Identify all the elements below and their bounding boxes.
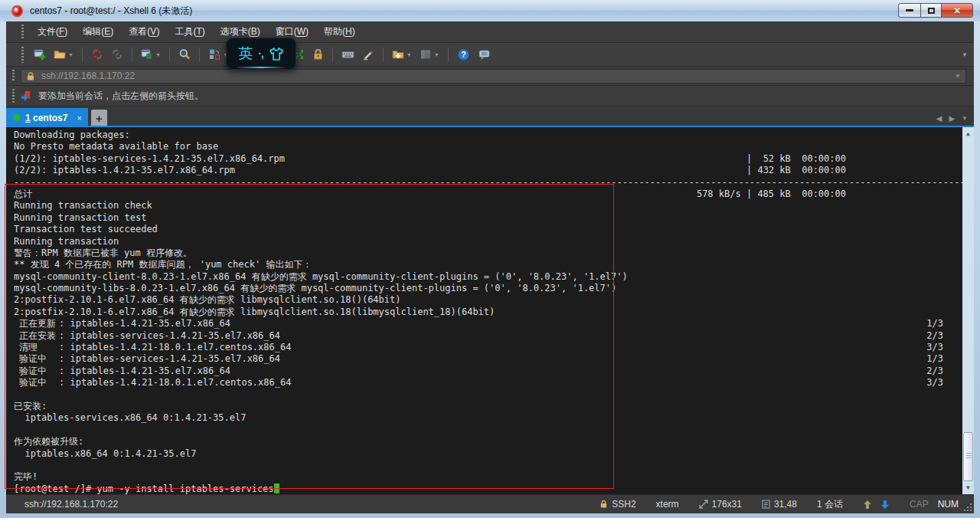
chat-bubble-icon xyxy=(478,48,491,61)
session-connected-dot xyxy=(13,114,20,121)
session-properties-button[interactable]: ▼ xyxy=(138,46,164,63)
transfer-arrows[interactable] xyxy=(863,500,890,510)
close-icon: × xyxy=(954,5,960,16)
terminal-line xyxy=(14,425,962,436)
terminal-line: Running transaction check xyxy=(14,200,962,211)
tab-scroll-left-icon[interactable]: ◀ xyxy=(936,114,942,123)
shirt-skin-icon[interactable] xyxy=(269,47,284,61)
terminal-line: mysql-community-client-8.0.23-1.el7.x86_… xyxy=(14,271,962,283)
menu-item-H[interactable]: 帮助(H) xyxy=(316,21,363,42)
resize-grip[interactable] xyxy=(963,503,972,512)
num-lock-indicator: NUM xyxy=(938,499,959,510)
toolbar-separator xyxy=(132,48,132,61)
help-icon: ? xyxy=(457,48,470,61)
protocol-indicator: SSH2 xyxy=(599,499,635,510)
layout-grid-icon xyxy=(420,48,432,61)
virtual-keyboard-button[interactable] xyxy=(338,46,358,63)
new-file-button[interactable]: ▼ xyxy=(389,46,415,63)
xshell-window: centos7 - root@test:/ - Xshell 6 (未激活) ×… xyxy=(0,0,980,518)
terminal-line: 总计578 kB/s | 485 kB 00:00:00 xyxy=(14,189,962,200)
terminal-line: Running transaction xyxy=(14,236,962,248)
terminal-line xyxy=(14,460,962,471)
upload-arrow-icon xyxy=(863,500,872,510)
maximize-button[interactable] xyxy=(920,3,942,18)
terminal-line: 验证中: iptables-1.4.21-18.0.1.el7.centos.x… xyxy=(14,377,962,388)
layout-button[interactable]: ▼ xyxy=(416,46,443,63)
messenger-button[interactable] xyxy=(475,46,494,63)
toolbar-separator xyxy=(199,48,200,61)
terminal-line-right: 3/3 xyxy=(926,342,943,353)
ime-language-mode[interactable]: 英 xyxy=(238,44,253,64)
ime-status-popup[interactable]: 英 ·, xyxy=(226,38,296,70)
menu-item-E[interactable]: 编辑(E) xyxy=(75,21,121,42)
new-session-button[interactable] xyxy=(31,46,49,63)
infobar-gripper[interactable] xyxy=(12,89,15,103)
tab-label: 1 centos7 xyxy=(25,113,67,123)
padlock-icon xyxy=(312,48,324,61)
terminal-screen[interactable]: ▲ ▼ Downloading packages:No Presto metad… xyxy=(6,127,974,494)
menu-item-T[interactable]: 工具(T) xyxy=(167,21,212,42)
menubar-gripper[interactable] xyxy=(21,25,24,39)
screen-size-icon xyxy=(699,500,708,509)
terminal-line-right: | 432 kB 00:00:00 xyxy=(746,165,846,176)
dropdown-arrow-icon: ▼ xyxy=(155,52,161,57)
disconnect-button[interactable] xyxy=(88,46,106,63)
toolbar-overflow-arrow[interactable]: ▼ xyxy=(962,51,968,58)
terminal-line: mysql-community-libs-8.0.23-1.el7.x86_64… xyxy=(14,283,962,294)
addressbar-gripper[interactable] xyxy=(12,70,15,83)
new-session-icon xyxy=(34,48,46,61)
window-body: 文件(F)编辑(E)查看(V)工具(T)选项卡(B)窗口(W)帮助(H) ▼ xyxy=(6,21,974,513)
tab-scroll-right-icon[interactable]: ▶ xyxy=(949,114,955,123)
find-button[interactable] xyxy=(175,46,194,63)
lock-screen-button[interactable] xyxy=(309,46,327,63)
compose-layout-icon xyxy=(208,48,220,61)
toolbar-separator xyxy=(448,48,449,61)
toolbar-gripper[interactable] xyxy=(21,47,24,63)
open-sessions-button[interactable]: ▼ xyxy=(51,46,77,63)
terminal-line: 验证中: iptables-1.4.21-35.el7.x86_642/3 xyxy=(14,366,962,377)
terminal-line-right: 3/3 xyxy=(926,377,943,388)
toolbar-separator xyxy=(332,48,333,61)
dropdown-arrow-icon: ▼ xyxy=(434,52,439,57)
terminal-scrollbar[interactable]: ▲ ▼ xyxy=(962,127,974,494)
terminal-line: 警告：RPM 数据库已被非 yum 程序修改。 xyxy=(14,248,962,259)
help-button[interactable]: ? xyxy=(454,46,473,64)
screen-size-indicator: 176x31 xyxy=(699,499,742,510)
tab-list-dropdown-icon[interactable]: ▼ xyxy=(962,115,968,122)
terminal-line: (2/2): iptables-1.4.21-35.el7.x86_64.rpm… xyxy=(14,165,962,176)
open-folder-icon xyxy=(54,48,66,61)
terminal-line: 2:postfix-2.10.1-6.el7.x86_64 有缺少的需求 lib… xyxy=(14,307,962,318)
scrollbar-thumb[interactable] xyxy=(963,432,973,481)
broken-chain-icon xyxy=(91,48,103,61)
tab-close-icon[interactable]: × xyxy=(77,113,81,123)
terminal-line: iptables.x86_64 0:1.4.21-35.el7 xyxy=(14,448,962,460)
address-dropdown-arrow[interactable]: ▼ xyxy=(955,73,961,80)
new-tab-button[interactable]: + xyxy=(91,110,107,127)
menu-item-F[interactable]: 文件(F) xyxy=(30,21,75,42)
terminal-line: (1/2): iptables-services-1.4.21-35.el7.x… xyxy=(14,153,962,165)
window-title: centos7 - root@test:/ - Xshell 6 (未激活) xyxy=(30,5,192,18)
status-session-url: ssh://192.168.1.170:22 xyxy=(24,499,118,510)
terminal-line: ----------------------------------------… xyxy=(14,177,962,189)
scroll-down-arrow-icon[interactable]: ▼ xyxy=(962,482,974,493)
menu-item-V[interactable]: 查看(V) xyxy=(121,21,167,42)
dropdown-arrow-icon: ▼ xyxy=(407,52,412,57)
terminal-line: 正在安装: iptables-services-1.4.21-35.el7.x8… xyxy=(14,330,962,342)
terminal-line-right: 1/3 xyxy=(926,318,943,329)
minimize-icon xyxy=(906,9,913,11)
scroll-up-arrow-icon[interactable]: ▲ xyxy=(962,128,974,139)
close-button[interactable]: × xyxy=(941,3,973,18)
ime-punctuation-mode[interactable]: ·, xyxy=(258,48,263,60)
toolbar-separator xyxy=(82,48,83,61)
terminal-line-right: 2/3 xyxy=(926,330,943,342)
dropdown-arrow-icon: ▼ xyxy=(68,52,74,57)
terminal-line: 2:postfix-2.10.1-6.el7.x86_64 有缺少的需求 lib… xyxy=(14,294,962,306)
address-field[interactable]: ssh://192.168.1.170:22 ▼ xyxy=(21,69,966,84)
highlighter-button[interactable] xyxy=(359,46,377,63)
terminal-line: 正在更新: iptables-1.4.21-35.el7.x86_641/3 xyxy=(14,318,962,329)
minimize-button[interactable] xyxy=(898,3,921,18)
keyboard-icon xyxy=(341,48,354,61)
status-bar: ssh://192.168.1.170:22 SSH2 xterm 176x31 xyxy=(6,494,974,513)
reconnect-button[interactable] xyxy=(108,46,126,63)
tab-centos7[interactable]: 1 centos7 × xyxy=(6,108,88,127)
